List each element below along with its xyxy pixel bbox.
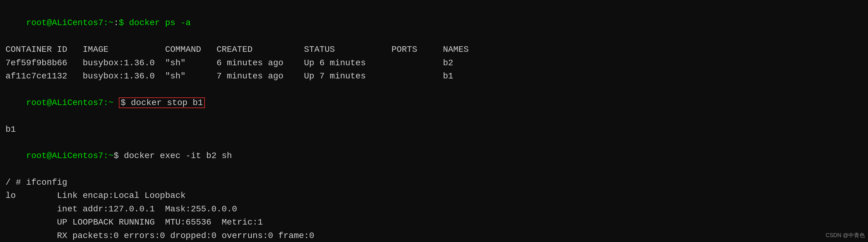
rx-line: RX packets:0 errors:0 dropped:0 overruns… xyxy=(5,229,863,242)
prompt-1: root@ALiCentos7:~ xyxy=(26,18,114,28)
stop-output: b1 xyxy=(5,123,863,136)
command-line-1: root@ALiCentos7:~:$ docker ps -a xyxy=(5,3,863,43)
inet-line: inet addr:127.0.0.1 Mask:255.0.0.0 xyxy=(5,203,863,216)
highlighted-command: $ docker stop b1 xyxy=(119,97,205,108)
watermark: CSDN @中青色 xyxy=(826,232,865,239)
lo-line: lo Link encap:Local Loopback xyxy=(5,189,863,202)
exec-cmd: $ docker exec -it b2 sh xyxy=(114,151,232,160)
table-header: CONTAINER ID IMAGE COMMAND CREATED STATU… xyxy=(5,43,863,56)
cmd-separator-1: : xyxy=(114,18,119,28)
command-line-2: root@ALiCentos7:~ $ docker stop b1 xyxy=(5,83,863,123)
command-line-3: root@ALiCentos7:~$ docker exec -it b2 sh xyxy=(5,136,863,176)
cmd-text-1: $ docker ps -a xyxy=(119,18,191,28)
prompt-3: root@ALiCentos7:~ xyxy=(26,151,114,160)
table-row-2: af11c7ce1132 busybox:1.36.0 "sh" 7 minut… xyxy=(5,69,863,83)
up-line: UP LOOPBACK RUNNING MTU:65536 Metric:1 xyxy=(5,216,863,229)
prompt-2: root@ALiCentos7:~ xyxy=(26,98,114,108)
table-row-1: 7ef59f9b8b66 busybox:1.36.0 "sh" 6 minut… xyxy=(5,56,863,69)
terminal-window: root@ALiCentos7:~:$ docker ps -a CONTAIN… xyxy=(0,0,868,242)
ifconfig-cmd: / # ifconfig xyxy=(5,176,863,189)
dollar-2 xyxy=(114,98,119,108)
